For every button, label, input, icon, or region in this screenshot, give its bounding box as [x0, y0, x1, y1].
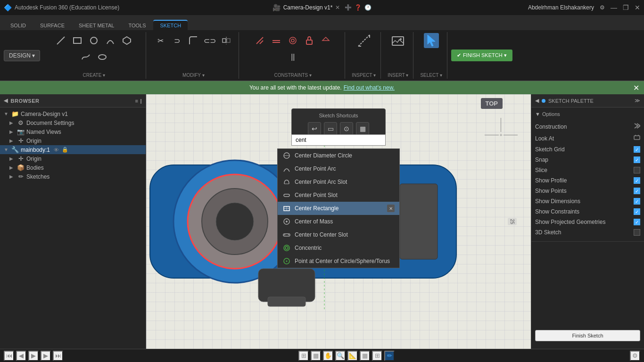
dropdown-item-center-to-center-slot[interactable]: Center to Center Slot — [278, 228, 399, 241]
concentric-btn[interactable] — [285, 33, 300, 48]
trim-tool-btn[interactable]: ✂ — [153, 33, 168, 48]
tree-item-mainbody[interactable]: ▼ 🔧 mainbody:1 👁 🔒 — [0, 145, 146, 154]
palette-row-snap: Snap ✓ — [535, 155, 640, 165]
mirror-tool-btn[interactable] — [219, 33, 234, 48]
ellipse-tool-btn[interactable] — [95, 49, 110, 65]
clock-icon[interactable]: 🕐 — [364, 4, 372, 11]
tree-item-sketches[interactable]: ▶ ✏ Sketches — [0, 172, 146, 181]
dropdown-item-center-point-slot[interactable]: Center Point Slot — [278, 189, 399, 202]
nav-next-btn[interactable]: ▶ — [41, 351, 51, 361]
look-at-btn-icon[interactable] — [634, 134, 640, 142]
shortcut-undo-btn[interactable]: ↩ — [308, 122, 321, 135]
symmetry-btn[interactable]: || — [285, 49, 300, 65]
sidebar-options-icon[interactable]: ≡ — [135, 98, 139, 104]
tab-tools[interactable]: TOOLS — [122, 21, 152, 30]
collinear-btn[interactable] — [269, 33, 284, 48]
free-orbit-btn[interactable]: ✋ — [323, 351, 333, 361]
banner-close-btn[interactable]: ✕ — [633, 83, 639, 92]
line-tool-btn[interactable] — [53, 33, 68, 48]
snap-checkbox[interactable]: ✓ — [634, 156, 640, 163]
tab-surface[interactable]: SURFACE — [33, 21, 71, 30]
show-profile-checkbox[interactable]: ✓ — [634, 177, 640, 184]
show-dimensions-checkbox[interactable]: ✓ — [634, 198, 640, 205]
tree-item-origin[interactable]: ▶ ✛ Origin — [0, 136, 146, 145]
nav-prev-btn[interactable]: ◀ — [16, 351, 26, 361]
sketch-grid-checkbox[interactable]: ✓ — [634, 146, 640, 153]
rectangle-tool-btn[interactable] — [70, 33, 85, 48]
polygon-tool-btn[interactable] — [119, 33, 134, 48]
tab-sketch[interactable]: SKETCH — [153, 20, 188, 30]
settings-bottom-btn[interactable]: ⚙ — [630, 351, 640, 361]
spline-tool-btn[interactable] — [78, 49, 93, 65]
maximize-btn[interactable]: ❐ — [623, 4, 629, 11]
collapse-sidebar-icon[interactable]: ◀ — [4, 98, 8, 104]
design-dropdown-btn[interactable]: DESIGN ▾ — [4, 50, 40, 61]
visibility-icon[interactable]: 👁 — [54, 147, 59, 153]
lock-btn[interactable] — [302, 33, 317, 48]
palette-expand-icon[interactable]: ≫ — [635, 98, 640, 104]
circle-tool-btn[interactable] — [86, 33, 101, 48]
dropdown-item-center-of-mass[interactable]: Center of Mass — [278, 215, 399, 228]
nav-last-btn[interactable]: ⏭ — [53, 351, 63, 361]
close-tab-icon[interactable]: ✕ — [335, 4, 340, 11]
palette-options-header[interactable]: ▼ Options — [535, 111, 640, 117]
dropdown-item-center-point-arc-slot[interactable]: Center Point Arc Slot — [278, 175, 399, 189]
construction-arrow-icon[interactable] — [634, 123, 640, 131]
nav-first-btn[interactable]: ⏮ — [4, 351, 14, 361]
minimize-btn[interactable]: — — [611, 4, 617, 11]
display-btn[interactable]: ⊞ — [372, 351, 382, 361]
dropdown-item-center-rectangle[interactable]: Center Rectangle ✕ — [278, 202, 399, 215]
sketch-active-btn[interactable]: ✏ — [384, 351, 395, 361]
nav-play-btn[interactable]: ▶ — [28, 351, 39, 361]
sidebar-pin-icon[interactable]: | — [140, 98, 142, 104]
shortcut-rect-btn[interactable]: ▭ — [324, 122, 337, 135]
tree-item-bodies[interactable]: ▶ 📦 Bodies — [0, 163, 146, 172]
extend-tool-btn[interactable]: ⊃ — [169, 33, 184, 48]
measure-distance-btn[interactable]: 📐 — [347, 351, 358, 361]
dropdown-item-center-diameter-circle[interactable]: Center Diameter Circle — [278, 149, 399, 162]
fillet-tool-btn[interactable] — [186, 33, 201, 48]
dropdown-item-point-at-center[interactable]: Point at Center of Circle/Sphere/Torus — [278, 255, 399, 268]
dropdown-item-center-point-arc[interactable]: Center Point Arc — [278, 162, 399, 175]
finish-sketch-btn[interactable]: Finish Sketch — [535, 330, 640, 341]
equal-btn[interactable] — [318, 33, 333, 48]
arc-tool-btn[interactable] — [103, 33, 118, 48]
grid-btn[interactable]: ▦ — [360, 351, 370, 361]
slice-checkbox[interactable] — [634, 167, 640, 173]
select-btn[interactable] — [424, 33, 439, 48]
window-select-btn[interactable]: ▦ — [311, 351, 321, 361]
insert-image-btn[interactable] — [390, 33, 405, 48]
palette-collapse-icon[interactable]: ◀ — [535, 98, 539, 104]
shortcut-circle-btn[interactable]: ⊙ — [340, 122, 353, 135]
close-btn[interactable]: ✕ — [635, 4, 640, 11]
tree-item-named-views[interactable]: ▶ 📷 Named Views — [0, 127, 146, 136]
tab-solid[interactable]: SOLID — [4, 21, 33, 30]
3d-sketch-checkbox[interactable] — [634, 229, 640, 236]
zoom-btn[interactable]: 🔍 — [335, 351, 346, 361]
show-projected-checkbox[interactable]: ✓ — [634, 219, 640, 225]
tab-sheet-metal[interactable]: SHEET METAL — [72, 21, 121, 30]
canvas-area[interactable]: TOP + 25 Sketch Shortcuts ↩ ▭ ⊙ ▦ — [146, 94, 531, 349]
lock-icon[interactable]: 🔒 — [62, 147, 68, 153]
show-constraints-checkbox[interactable]: ✓ — [634, 208, 640, 215]
measure-btn[interactable] — [356, 33, 372, 48]
new-tab-icon[interactable]: ➕ — [345, 4, 352, 11]
tree-item-root[interactable]: ▼ 📁 Camera-Design v1 — [0, 109, 146, 118]
modify-group: ✂ ⊃ ⊂⊃ MODIFY ▾ — [148, 32, 239, 79]
dropdown-item-close-btn[interactable]: ✕ — [387, 205, 395, 212]
dropdown-item-concentric[interactable]: Concentric — [278, 241, 399, 255]
inspect-icons — [356, 33, 372, 48]
offset-tool-btn[interactable]: ⊂⊃ — [202, 33, 217, 48]
banner-link[interactable]: Find out what's new. — [344, 84, 395, 91]
tree-item-origin2[interactable]: ▶ ✛ Origin — [0, 154, 146, 163]
tree-item-doc-settings[interactable]: ▶ ⚙ Document Settings — [0, 118, 146, 127]
finish-sketch-ribbon-btn[interactable]: ✔ FINISH SKETCH ▾ — [451, 49, 512, 61]
select-mode-btn[interactable]: ⊞ — [298, 351, 309, 361]
show-points-checkbox[interactable]: ✓ — [634, 188, 640, 194]
help-icon[interactable]: ❓ — [355, 4, 362, 11]
shortcut-grid-btn[interactable]: ▦ — [356, 122, 369, 135]
sketch-search-input[interactable] — [291, 134, 386, 146]
nav-arrows: + — [485, 118, 518, 138]
settings-icon[interactable]: ⚙ — [600, 4, 605, 11]
coincident-btn[interactable] — [252, 33, 267, 48]
